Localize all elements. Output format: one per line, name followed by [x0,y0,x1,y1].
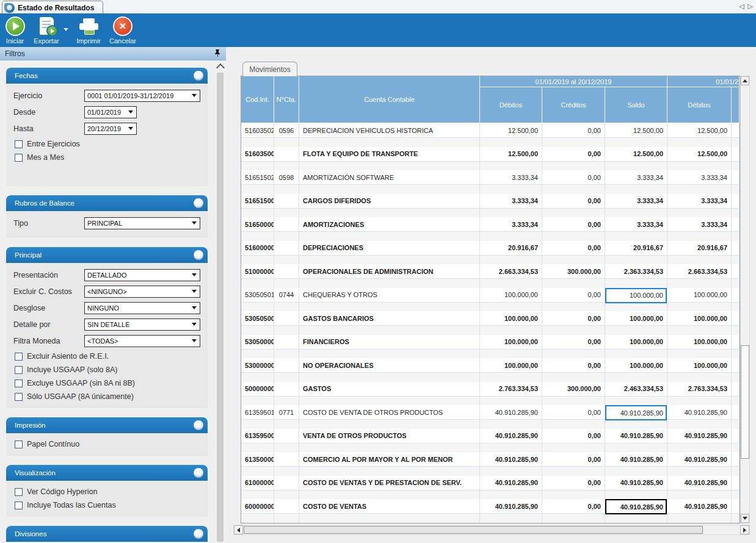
col-header-debitos[interactable]: Débitos [480,87,542,123]
section-toggle-icon[interactable] [194,250,203,260]
cell-saldo[interactable]: 40.910.285,90 [605,452,667,467]
section-toggle-icon[interactable] [194,468,203,478]
checkbox-excluir-rei[interactable]: Excluir Asiento de R.E.I. [15,352,208,361]
cell-debitos[interactable]: 40.910.285,90 [480,452,542,467]
scroll-left-button[interactable] [234,525,243,534]
cell-cod-int[interactable]: 51650000 [241,217,274,232]
cell-creditos[interactable]: 0,00 [542,476,605,491]
cell-cuenta[interactable]: VENTA DE OTROS PRODUCTOS [299,429,479,444]
cell-ncta[interactable] [274,499,299,514]
cell-cuenta[interactable]: DEPRECIACIONES [299,241,479,256]
cell-saldo[interactable]: 2.463.334,53 [605,382,667,397]
cell-debitos[interactable]: 3.333,34 [480,170,542,185]
cell-creditos[interactable]: 0,00 [542,335,605,350]
checkbox-box[interactable] [15,140,23,148]
exportar-button[interactable]: Exportar [29,16,64,45]
cell-cuenta[interactable]: CARGOS DIFERIDOS [299,194,479,209]
cell-debitos-2[interactable]: 40.910.285,90 [667,405,731,420]
cell-debitos[interactable]: 40.910.285,90 [480,405,542,420]
cell-debitos-2[interactable]: 100.000,00 [667,358,731,373]
checkbox-incluye-usgaap[interactable]: Incluye USGAAP (solo 8A) [15,365,208,374]
table-row[interactable]: 60000000 COSTO DE VENTAS 40.910.285,90 0… [241,499,740,523]
tab-scroll-left-icon[interactable]: ◁ [739,2,744,10]
cell-saldo[interactable]: 100.000,00 [605,311,667,326]
cell-ncta[interactable] [274,217,299,232]
checkbox-incluye-todas-cuentas[interactable]: Incluye Todas las Cuentas [15,501,208,509]
cell-creditos[interactable]: 0,00 [542,311,605,326]
checkbox-box[interactable] [15,502,23,509]
cell-debitos[interactable]: 40.910.285,90 [480,499,542,514]
cell-saldo[interactable]: 40.910.285,90 [605,499,667,515]
pin-icon[interactable] [214,49,221,57]
checkbox-solo-usgaap[interactable]: Sólo USGAAP (8A únicamente) [15,392,208,401]
cell-cuenta[interactable]: FLOTA Y EQUIPO DE TRANSPORTE [299,147,479,162]
table-row[interactable]: 50000000 GASTOS 2.763.334,53 300.000,00 … [241,382,740,406]
table-row[interactable]: 53050501 0744 CHEQUERAS Y OTROS 100.000,… [241,288,740,312]
cell-cod-int[interactable]: 51603500 [241,147,274,162]
desglose-select[interactable]: NINGUNO [84,302,200,314]
tab-scroll-right-icon[interactable]: ▷ [748,2,753,10]
cell-ncta[interactable] [274,311,299,326]
cell-ncta[interactable] [274,452,299,467]
cell-creditos[interactable]: 0,00 [542,499,605,514]
cell-debitos[interactable]: 100.000,00 [480,335,542,350]
cell-cod-int[interactable]: 51603502 [241,123,274,138]
cell-cuenta[interactable]: DEPRECIACION VEHICULOS HISTORICA [299,123,479,138]
cell-cod-int[interactable]: 61350000 [241,452,274,467]
cell-creditos[interactable]: 0,00 [542,452,605,467]
section-header-rubros[interactable]: Rubros de Balance [6,195,208,211]
cell-debitos-2[interactable]: 2.663.334,53 [667,264,731,279]
table-row[interactable]: 53000000 NO OPERACIONALES 100.000,00 0,0… [241,358,740,382]
cell-cuenta[interactable]: GASTOS BANCARIOS [299,311,479,326]
cell-debitos-2[interactable]: 100.000,00 [667,335,731,350]
section-toggle-icon[interactable] [194,529,203,539]
cell-debitos-2[interactable]: 20.916,67 [667,241,731,256]
cell-ncta[interactable]: 0598 [274,170,299,185]
table-row[interactable]: 53050500 GASTOS BANCARIOS 100.000,00 0,0… [241,311,740,335]
cell-saldo[interactable]: 3.333,34 [605,170,667,185]
cell-debitos[interactable]: 100.000,00 [480,288,542,303]
vertical-scrollbar-thumb[interactable] [741,345,749,459]
checkbox-box[interactable] [15,441,23,448]
cell-ncta[interactable] [274,147,299,162]
cell-ncta[interactable] [274,476,299,491]
cell-debitos[interactable]: 2.763.334,53 [480,382,542,397]
cell-creditos[interactable]: 300.000,00 [542,382,605,397]
cell-saldo[interactable]: 40.910.285,90 [605,405,667,421]
cell-creditos[interactable]: 0,00 [542,123,605,138]
checkbox-box[interactable] [15,353,23,361]
cell-creditos[interactable]: 0,00 [542,429,605,444]
ejercicio-select[interactable]: 0001 01/01/2019-31/12/2019 [84,90,200,102]
cell-cod-int[interactable]: 51000000 [241,264,274,279]
cell-ncta[interactable] [274,335,299,350]
cell-saldo[interactable]: 3.333,34 [605,217,667,232]
cell-debitos[interactable]: 3.333,34 [480,194,542,209]
cell-debitos[interactable]: 12.500,00 [480,123,542,138]
cancelar-button[interactable]: ✕ Cancelar [106,16,140,45]
cell-cuenta[interactable]: COSTO DE VENTA DE OTROS PRODUCTOS [299,405,479,420]
cell-cod-int[interactable]: 50000000 [241,382,274,397]
cell-debitos-2[interactable]: 12.500,00 [667,147,731,162]
excluir-ccostos-select[interactable]: <NINGUNO> [84,286,200,298]
table-row[interactable]: 51603500 FLOTA Y EQUIPO DE TRANSPORTE 12… [241,147,740,171]
cell-cod-int[interactable]: 51600000 [241,241,274,256]
checkbox-mes-a-mes[interactable]: Mes a Mes [15,153,208,162]
cell-ncta[interactable] [274,264,299,279]
cell-ncta[interactable] [274,429,299,444]
cell-cod-int[interactable]: 61359500 [241,429,274,444]
checkbox-box[interactable] [15,488,23,496]
table-row[interactable]: 51000000 OPERACIONALES DE ADMINISTRACION… [241,264,740,288]
cell-cuenta[interactable]: COSTO DE VENTAS Y DE PRESTACION DE SERV. [299,476,479,491]
cell-debitos[interactable]: 100.000,00 [480,311,542,326]
cell-cod-int[interactable]: 51651500 [241,194,274,209]
cell-cod-int[interactable]: 53050501 [241,288,274,303]
section-header-visualizacion[interactable]: Visualización [6,465,208,481]
scroll-up-button[interactable] [741,76,749,85]
vertical-scrollbar[interactable] [740,76,750,523]
cell-cod-int[interactable]: 53050500 [241,311,274,326]
cell-debitos[interactable]: 2.663.334,53 [480,264,542,279]
checkbox-papel-continuo[interactable]: Papel Contínuo [15,440,208,448]
section-header-principal[interactable]: Principal [6,247,208,263]
cell-cuenta[interactable]: COMERCIO AL POR MAYOR Y AL POR MENOR [299,452,479,467]
cell-debitos-2[interactable]: 3.333,34 [667,194,731,209]
